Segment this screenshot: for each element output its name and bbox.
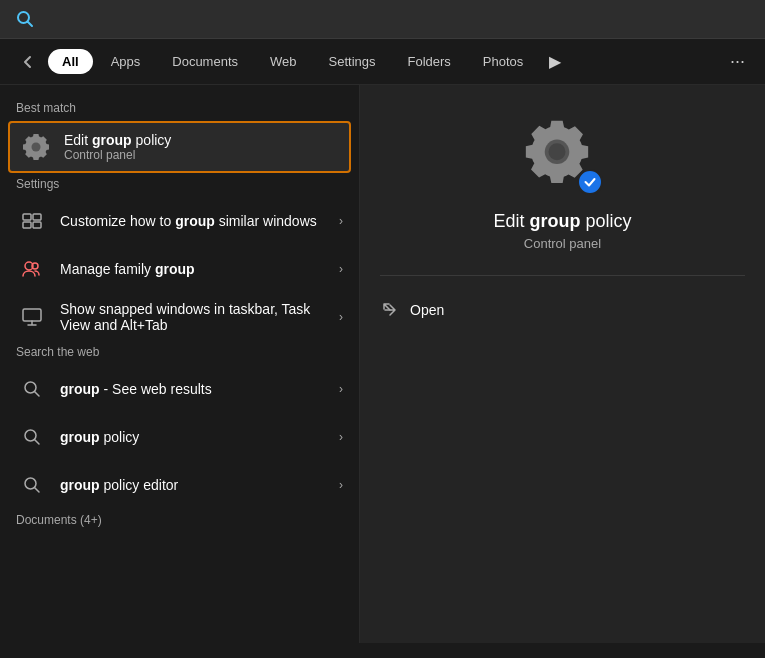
best-match-text: Edit group policy Control panel <box>64 132 339 162</box>
web-text-3: group policy editor <box>60 477 327 493</box>
web-chevron-1: › <box>339 382 343 396</box>
settings-item-3[interactable]: Show snapped windows in taskbar, Task Vi… <box>0 293 359 341</box>
settings-title-3: Show snapped windows in taskbar, Task Vi… <box>60 301 327 333</box>
web-item-3[interactable]: group policy editor › <box>0 461 359 509</box>
web-title-2: group policy <box>60 429 327 445</box>
best-match-icon <box>20 131 52 163</box>
filter-all[interactable]: All <box>48 49 93 74</box>
right-panel: Edit group policy Control panel Open <box>360 85 765 643</box>
web-item-1[interactable]: group - See web results › <box>0 365 359 413</box>
app-detail-title: Edit group policy <box>493 211 631 232</box>
settings-title-1: Customize how to group similar windows <box>60 213 327 229</box>
web-chevron-3: › <box>339 478 343 492</box>
settings-text-3: Show snapped windows in taskbar, Task Vi… <box>60 301 327 333</box>
chevron-icon-3: › <box>339 310 343 324</box>
search-bar: group <box>0 0 765 39</box>
documents-label: Documents (4+) <box>0 509 359 533</box>
scroll-right-button[interactable]: ▶ <box>541 48 569 75</box>
settings-text-1: Customize how to group similar windows <box>60 213 327 229</box>
open-external-icon <box>380 300 400 320</box>
search-icon <box>16 10 34 28</box>
open-button[interactable]: Open <box>380 292 745 328</box>
filter-apps[interactable]: Apps <box>97 49 155 74</box>
svg-line-16 <box>35 488 40 493</box>
web-search-icon-3 <box>16 469 48 501</box>
svg-rect-5 <box>33 214 41 220</box>
settings-item-1[interactable]: Customize how to group similar windows › <box>0 197 359 245</box>
settings-icon-3 <box>16 301 48 333</box>
web-text-2: group policy <box>60 429 327 445</box>
app-detail-subtitle: Control panel <box>524 236 601 251</box>
filter-web[interactable]: Web <box>256 49 311 74</box>
filter-settings[interactable]: Settings <box>315 49 390 74</box>
check-badge <box>577 169 603 195</box>
settings-icon-1 <box>16 205 48 237</box>
open-label: Open <box>410 302 444 318</box>
web-chevron-2: › <box>339 430 343 444</box>
web-search-label: Search the web <box>0 341 359 365</box>
settings-item-2[interactable]: Manage family group › <box>0 245 359 293</box>
web-search-icon-1 <box>16 373 48 405</box>
filter-photos[interactable]: Photos <box>469 49 537 74</box>
settings-text-2: Manage family group <box>60 261 327 277</box>
left-panel: Best match Edit group policy Control pan… <box>0 85 360 643</box>
search-input[interactable]: group <box>44 10 749 28</box>
back-button[interactable] <box>12 50 44 74</box>
svg-rect-4 <box>23 214 31 220</box>
svg-line-1 <box>28 22 33 27</box>
main-content: Best match Edit group policy Control pan… <box>0 85 765 643</box>
best-match-subtitle: Control panel <box>64 148 339 162</box>
chevron-icon-2: › <box>339 262 343 276</box>
svg-line-12 <box>35 392 40 397</box>
chevron-icon-1: › <box>339 214 343 228</box>
svg-rect-10 <box>23 309 41 321</box>
settings-title-2: Manage family group <box>60 261 327 277</box>
web-title-1: group - See web results <box>60 381 327 397</box>
filter-documents[interactable]: Documents <box>158 49 252 74</box>
divider <box>380 275 745 276</box>
settings-label: Settings <box>0 173 359 197</box>
best-match-title: Edit group policy <box>64 132 339 148</box>
svg-rect-6 <box>23 222 31 228</box>
more-options-button[interactable]: ··· <box>722 47 753 76</box>
svg-point-18 <box>548 143 565 160</box>
filter-folders[interactable]: Folders <box>394 49 465 74</box>
svg-point-3 <box>32 143 41 152</box>
web-search-icon-2 <box>16 421 48 453</box>
best-match-item[interactable]: Edit group policy Control panel <box>8 121 351 173</box>
settings-icon-2 <box>16 253 48 285</box>
app-icon-container <box>523 115 603 195</box>
web-item-2[interactable]: group policy › <box>0 413 359 461</box>
web-title-3: group policy editor <box>60 477 327 493</box>
best-match-label: Best match <box>0 97 359 121</box>
svg-line-14 <box>35 440 40 445</box>
web-text-1: group - See web results <box>60 381 327 397</box>
svg-rect-7 <box>33 222 41 228</box>
filter-bar: All Apps Documents Web Settings Folders … <box>0 39 765 85</box>
